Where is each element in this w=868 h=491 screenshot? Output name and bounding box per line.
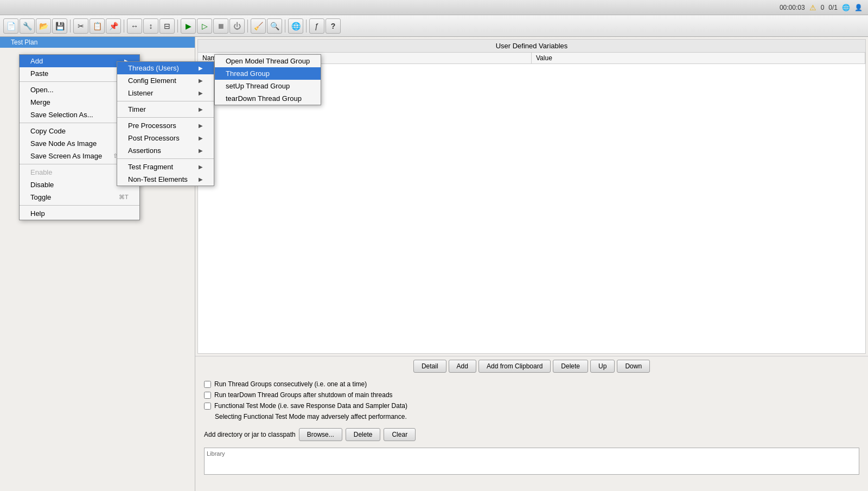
test-plan-tree-item[interactable]: Test Plan (0, 37, 195, 48)
copy-button[interactable]: 📋 (90, 18, 105, 34)
add-submenu-timer[interactable]: Timer ▶ (117, 103, 214, 116)
teardown-checkbox[interactable] (204, 392, 211, 399)
threads-arrow-icon: ▶ (199, 65, 203, 71)
threads-thread-group[interactable]: Thread Group (215, 67, 321, 80)
warnings-count: 0 (821, 4, 825, 11)
user-icon: 👤 (854, 4, 863, 11)
clear-all-button[interactable]: 🧹 (251, 18, 266, 34)
stop-button[interactable]: ⏹ (213, 18, 228, 34)
delete-row-button[interactable]: Delete (553, 360, 588, 373)
vars-header: User Defined Variables (198, 40, 865, 53)
timer-label: Timer (128, 105, 146, 113)
listener-label: Listener (128, 89, 153, 97)
threads-teardown[interactable]: tearDown Thread Group (215, 92, 321, 105)
consecutive-label: Run Thread Groups consecutively (i.e. on… (214, 380, 367, 388)
sep-add-1 (117, 101, 214, 101)
test-plan-label: Test Plan (11, 39, 37, 46)
menu-label-copy-code: Copy Code (30, 127, 66, 135)
menu-label-help: Help (30, 209, 45, 218)
menu-label-enable: Enable (30, 168, 52, 176)
add-submenu-pre-processors[interactable]: Pre Processors ▶ (117, 119, 214, 132)
menu-item-toggle[interactable]: Toggle ⌘T (20, 191, 139, 203)
add-submenu-listener[interactable]: Listener ▶ (117, 87, 214, 99)
classpath-label: Add directory or jar to classpath (204, 431, 296, 438)
non-test-arrow-icon: ▶ (199, 176, 203, 182)
add-row-button[interactable]: Add (449, 360, 476, 373)
add-submenu-non-test[interactable]: Non-Test Elements ▶ (117, 173, 214, 186)
toggle-button[interactable]: ⊟ (159, 18, 175, 34)
left-panel: Test Plan Add ▶ Paste ⌘V Open... Merge S… (0, 37, 195, 491)
add-submenu-post-processors[interactable]: Post Processors ▶ (117, 132, 214, 144)
menu-label-save-screen-image: Save Screen As Image (30, 152, 102, 160)
menu-item-help[interactable]: Help (20, 207, 139, 220)
add-clipboard-button[interactable]: Add from Clipboard (478, 360, 551, 373)
help-button[interactable]: ? (326, 18, 341, 34)
assertions-label: Assertions (128, 146, 161, 155)
functional-label: Functional Test Mode (i.e. save Response… (214, 402, 407, 410)
menu-label-add: Add (30, 57, 43, 65)
test-fragment-arrow-icon: ▶ (199, 164, 203, 170)
menu-label-paste: Paste (30, 69, 48, 78)
post-processors-label: Post Processors (128, 134, 180, 142)
cut-button[interactable]: ✂ (73, 18, 88, 34)
teardown-label: tearDown Thread Group (226, 94, 302, 103)
paste-button[interactable]: 📌 (106, 18, 121, 34)
functional-checkbox[interactable] (204, 403, 211, 410)
up-button[interactable]: Up (590, 360, 615, 373)
menu-label-save-selection: Save Selection As... (30, 111, 93, 119)
function-helper-button[interactable]: ƒ (309, 18, 324, 34)
clear-classpath-button[interactable]: Clear (384, 428, 416, 441)
open-model-label: Open Model Thread Group (226, 57, 310, 65)
setup-label: setUp Thread Group (226, 82, 290, 90)
sep3 (177, 20, 178, 33)
timer-arrow-icon: ▶ (199, 106, 203, 112)
library-label: Library (207, 450, 225, 457)
consecutive-row: Run Thread Groups consecutively (i.e. on… (204, 380, 859, 388)
add-submenu-config[interactable]: Config Element ▶ (117, 74, 214, 87)
toggle-shortcut: ⌘T (119, 194, 129, 201)
sep-add-3 (117, 158, 214, 159)
table-buttons: Detail Add Add from Clipboard Delete Up … (195, 356, 868, 376)
search-button[interactable]: 🔍 (267, 18, 282, 34)
library-box: Library (204, 448, 859, 475)
thread-group-label: Thread Group (226, 69, 270, 78)
remote-run-button[interactable]: 🌐 (288, 18, 303, 34)
open-button[interactable]: 📂 (36, 18, 51, 34)
pre-processors-label: Pre Processors (128, 122, 176, 130)
functional-row: Functional Test Mode (i.e. save Response… (204, 402, 859, 410)
functional-warning: Selecting Functional Test Mode may adver… (215, 413, 859, 420)
expand-button[interactable]: ↔ (127, 18, 142, 34)
add-submenu: Threads (Users) ▶ Config Element ▶ Liste… (117, 61, 214, 186)
down-button[interactable]: Down (617, 360, 650, 373)
threads-open-model[interactable]: Open Model Thread Group (215, 55, 321, 67)
collapse-button[interactable]: ↕ (143, 18, 158, 34)
sep-add-2 (117, 117, 214, 118)
new-button[interactable]: 📄 (3, 18, 18, 34)
vars-title: User Defined Variables (496, 42, 568, 50)
add-submenu-threads[interactable]: Threads (Users) ▶ (117, 62, 214, 74)
threads-label: Threads (Users) (128, 64, 179, 72)
add-submenu-test-fragment[interactable]: Test Fragment ▶ (117, 161, 214, 173)
save-button[interactable]: 💾 (52, 18, 67, 34)
sep1 (70, 20, 71, 33)
teardown-label: Run tearDown Thread Groups after shutdow… (214, 391, 393, 399)
network-icon: 🌐 (842, 4, 850, 11)
shutdown-button[interactable]: ⏻ (229, 18, 245, 34)
consecutive-checkbox[interactable] (204, 381, 211, 388)
config-label: Config Element (128, 76, 176, 85)
run-no-pause-button[interactable]: ▷ (197, 18, 212, 34)
browse-button[interactable]: Browse... (299, 428, 342, 441)
pre-arrow-icon: ▶ (199, 123, 203, 129)
main-layout: Test Plan Add ▶ Paste ⌘V Open... Merge S… (0, 37, 868, 491)
sep5 (285, 20, 285, 33)
menu-label-merge: Merge (30, 98, 50, 106)
threads-setup[interactable]: setUp Thread Group (215, 80, 321, 92)
sep6 (306, 20, 307, 33)
teardown-row: Run tearDown Thread Groups after shutdow… (204, 391, 859, 399)
add-submenu-assertions[interactable]: Assertions ▶ (117, 144, 214, 157)
delete-classpath-button[interactable]: Delete (346, 428, 381, 441)
template-button[interactable]: 🔧 (20, 18, 35, 34)
run-button[interactable]: ▶ (181, 18, 196, 34)
detail-button[interactable]: Detail (413, 360, 446, 373)
classpath-row: Add directory or jar to classpath Browse… (204, 428, 859, 441)
